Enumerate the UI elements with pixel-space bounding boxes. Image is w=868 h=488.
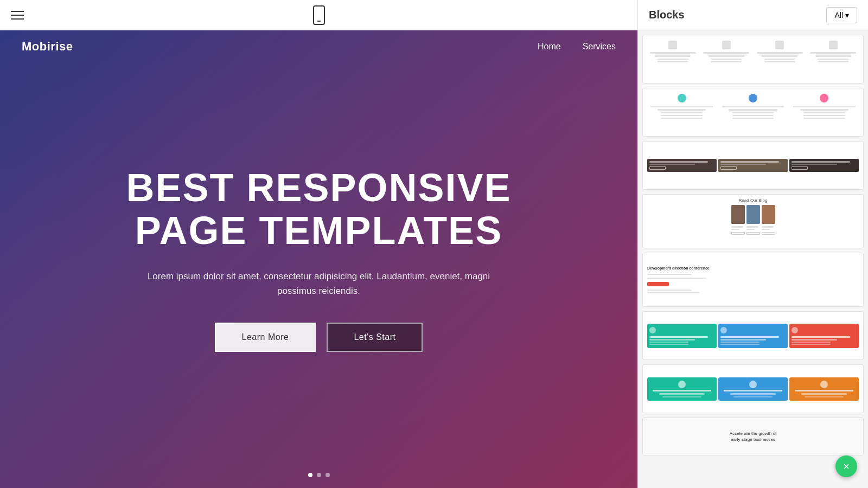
block-preview-services-icons[interactable] [642,35,864,84]
block-preview-conference[interactable]: Development direction conference [642,253,864,307]
accelerate-text-preview: Accelerate the growth ofearly-stage busi… [730,431,776,442]
hamburger-menu[interactable] [11,11,24,20]
hero-content: BEST RESPONSIVE PAGE TEMPLATES Lorem ips… [82,166,554,352]
hero-title: BEST RESPONSIVE PAGE TEMPLATES [126,166,511,252]
learn-more-button[interactable]: Learn More [215,323,316,352]
hero-dots [308,473,330,477]
brand-logo: Mobirise [22,40,73,54]
block-preview-services-circles[interactable] [642,88,864,137]
nav-services[interactable]: Services [583,42,616,52]
blocks-sidebar: Blocks All ▾ [637,0,868,488]
block-preview-blog[interactable]: Read Our Blog [642,194,864,248]
block-preview-accelerate[interactable]: Accelerate the growth ofearly-stage busi… [642,418,864,455]
hero-buttons: Learn More Let's Start [126,323,511,352]
hero-subtitle: Lorem ipsum dolor sit amet, consectetur … [129,269,508,298]
sidebar-title: Blocks [649,9,685,21]
block-preview-photo-grid[interactable] [642,141,864,190]
blocks-list[interactable]: Read Our Blog [638,30,868,488]
all-filter-button[interactable]: All ▾ [826,7,857,23]
mobile-preview-icon[interactable] [313,5,325,25]
nav-home[interactable]: Home [538,42,561,52]
blog-title-preview: Read Our Blog [739,198,768,203]
close-button[interactable]: × [835,455,857,477]
dot-2[interactable] [317,473,321,477]
hero-section: Mobirise Home Services BEST RESPONSIVE P… [0,30,637,488]
sidebar-header: Blocks All ▾ [638,0,868,30]
block-preview-icon-services[interactable] [642,364,864,413]
hero-title-line1: BEST RESPONSIVE [126,166,511,209]
hero-nav: Mobirise Home Services [0,30,637,63]
lets-start-button[interactable]: Let's Start [327,323,423,352]
top-bar [0,0,637,30]
dot-3[interactable] [326,473,330,477]
dot-1[interactable] [308,473,312,477]
hero-title-line2: PAGE TEMPLATES [135,209,502,252]
nav-links: Home Services [538,42,616,52]
block-preview-colored-services[interactable] [642,311,864,360]
